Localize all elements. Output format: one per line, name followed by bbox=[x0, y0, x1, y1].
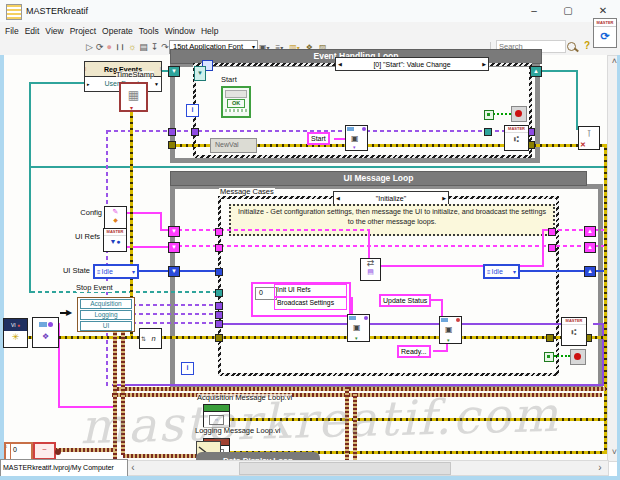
master-vi-node[interactable]: MASTER ⑆ bbox=[561, 317, 587, 346]
event-selector-prev-icon[interactable]: ◀ bbox=[338, 59, 342, 70]
tunnel bbox=[215, 268, 223, 276]
step-into-icon[interactable]: ↧ bbox=[151, 40, 159, 54]
case-selector-label: "Initialize" bbox=[376, 193, 406, 204]
menu-view[interactable]: View bbox=[42, 24, 66, 38]
tunnel bbox=[215, 320, 223, 328]
minimize-button[interactable]: – bbox=[519, 0, 549, 22]
ui-loop-title[interactable]: UI Message Loop bbox=[170, 171, 587, 186]
menu-bar: File Edit View Project Operate Tools Win… bbox=[0, 22, 620, 39]
retain-wire-values-icon[interactable]: ▤ bbox=[139, 40, 148, 54]
wire-error bbox=[160, 336, 178, 339]
wire-cluster bbox=[117, 387, 606, 391]
event-selector[interactable]: ◀ [0] "Start": Value Change ▶ bbox=[335, 57, 489, 71]
message-strings-array[interactable]: 0 Init UI Refs Broadcast Settings bbox=[251, 282, 351, 317]
obtain-queue-node[interactable]: ❖ bbox=[32, 317, 59, 348]
wire bbox=[112, 384, 604, 386]
run-continuous-icon[interactable]: ⟳ bbox=[96, 40, 104, 54]
cluster-item: UI bbox=[80, 321, 132, 331]
initialize-comment: Initialize - Get configuration settings,… bbox=[229, 204, 555, 236]
acquisition-subvi-node[interactable]: ▫▫ bbox=[203, 404, 230, 428]
queue-names-cluster[interactable]: Acquisition Logging UI bbox=[77, 297, 135, 332]
message-icon-node[interactable]: ⇄ ▤ bbox=[360, 258, 381, 281]
send-message-node[interactable]: ▣ ▾ bbox=[439, 316, 462, 344]
wire bbox=[441, 299, 443, 317]
wire bbox=[178, 245, 586, 247]
tunnel bbox=[215, 334, 223, 342]
timestamp-node[interactable]: ▦ ▾ bbox=[119, 82, 148, 112]
vi-icon-thumbnail[interactable]: MASTER ⟳ bbox=[593, 18, 617, 48]
menu-tools[interactable]: Tools bbox=[136, 24, 162, 38]
step-over-icon[interactable]: ↷ bbox=[161, 40, 169, 54]
tunnel bbox=[215, 311, 223, 319]
wire bbox=[107, 130, 488, 132]
menu-file[interactable]: File bbox=[2, 24, 22, 38]
update-status-constant[interactable]: Update Status bbox=[379, 294, 431, 307]
ok-glyph: OK bbox=[227, 99, 245, 108]
unregister-events-node[interactable]: ⊺ ✕ bbox=[578, 126, 600, 150]
horizontal-scrollbar[interactable]: ‹ › bbox=[125, 460, 609, 476]
message-cases-label: Message Cases bbox=[219, 188, 275, 196]
case-selector-prev-icon[interactable]: ◀ bbox=[336, 193, 340, 204]
tunnel bbox=[548, 228, 556, 236]
tunnel bbox=[215, 302, 223, 310]
menu-help[interactable]: Help bbox=[198, 24, 221, 38]
config-node[interactable]: ✎ ◆ bbox=[104, 206, 127, 230]
abort-icon[interactable]: ● bbox=[106, 40, 111, 54]
scrollbar-thumb[interactable] bbox=[239, 462, 451, 475]
tunnel bbox=[215, 244, 223, 252]
title-bar: MASTERkreatif – ▢ ✕ bbox=[0, 0, 620, 23]
ready-constant[interactable]: Ready... bbox=[397, 345, 431, 358]
scroll-left-icon[interactable]: ‹ bbox=[128, 461, 138, 474]
tunnel bbox=[215, 289, 223, 297]
timestamp-label: TimeStamp bbox=[116, 71, 154, 79]
case-selector[interactable]: ◀ "Initialize" ▶ bbox=[333, 191, 449, 205]
tunnel bbox=[191, 128, 199, 136]
error-ring-constant[interactable]: – bbox=[33, 442, 56, 460]
pause-icon[interactable]: ❙❙ bbox=[115, 40, 125, 54]
shift-register-up-icon: ▲ bbox=[584, 242, 596, 253]
wire bbox=[29, 82, 85, 84]
wire bbox=[60, 312, 67, 314]
ui-state-enum[interactable]: Idle bbox=[93, 264, 139, 279]
index-array-node[interactable]: ⇅ n bbox=[139, 328, 162, 349]
string-constant[interactable]: Broadcast Settings bbox=[274, 297, 347, 310]
wire bbox=[515, 270, 586, 272]
menu-edit[interactable]: Edit bbox=[22, 24, 43, 38]
ui-refs-node[interactable]: MASTER ▼● bbox=[103, 228, 127, 252]
wire-cluster bbox=[123, 454, 196, 458]
vi-icon-text: MASTER bbox=[594, 19, 616, 27]
start-ok-button-node[interactable]: OK bbox=[221, 86, 251, 118]
wire bbox=[540, 70, 578, 72]
run-button-icon[interactable]: ▷ bbox=[86, 40, 93, 54]
highlight-execution-icon[interactable]: ☼ bbox=[128, 40, 136, 54]
shift-register-down-icon: ▼ bbox=[168, 242, 180, 253]
start-string-constant[interactable]: Start bbox=[307, 132, 330, 145]
dequeue-message-node[interactable]: ▣ ▾ bbox=[347, 314, 370, 342]
enqueue-message-node[interactable]: ▣ ▾ bbox=[345, 125, 368, 151]
tunnel bbox=[548, 244, 556, 252]
tunnel bbox=[546, 334, 554, 342]
idle-enum-constant[interactable]: Idle bbox=[483, 264, 520, 279]
master-vi-node[interactable]: MASTER ⑆ bbox=[504, 125, 529, 151]
help-icon[interactable]: ? bbox=[584, 40, 590, 51]
string-constant[interactable]: Init UI Refs bbox=[274, 284, 347, 297]
create-user-event-node[interactable]: VI ● ✳ bbox=[3, 318, 28, 348]
search-icon[interactable] bbox=[567, 42, 576, 51]
maximize-button[interactable]: ▢ bbox=[553, 0, 583, 22]
acquisition-vi-label: Acquisition Message Loop.vi bbox=[197, 394, 292, 402]
wire-cluster bbox=[353, 393, 357, 466]
scroll-right-icon[interactable]: › bbox=[594, 461, 606, 474]
wire bbox=[132, 322, 218, 324]
case-selector-next-icon[interactable]: ▶ bbox=[442, 193, 446, 204]
cluster-item: Logging bbox=[80, 310, 132, 320]
wire bbox=[132, 313, 218, 315]
event-selector-label: [0] "Start": Value Change bbox=[373, 59, 450, 70]
menu-operate[interactable]: Operate bbox=[99, 24, 136, 38]
cluster-item: Acquisition bbox=[80, 299, 132, 309]
loop-condition-terminal bbox=[484, 110, 494, 120]
iteration-terminal: i bbox=[181, 362, 194, 375]
menu-window[interactable]: Window bbox=[162, 24, 198, 38]
stop-event-label: Stop Event bbox=[76, 284, 113, 292]
menu-project[interactable]: Project bbox=[67, 24, 99, 38]
event-selector-next-icon[interactable]: ▶ bbox=[482, 59, 486, 70]
